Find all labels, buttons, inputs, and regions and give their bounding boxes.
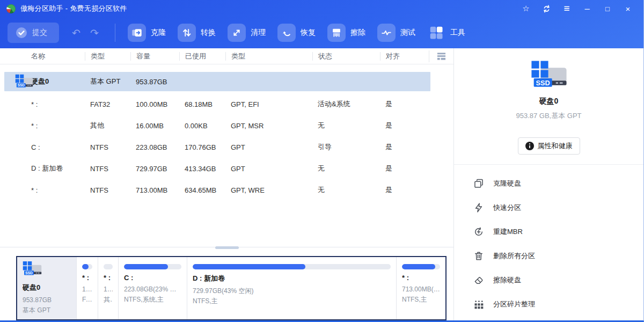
cell-status: 无 [318,185,385,195]
toolbar-label: 转换 [201,28,216,38]
map-disk-type: 基本 GPT [23,305,71,316]
cell-aligned: 是 [385,121,453,130]
redo-icon[interactable]: ↷ [88,27,101,39]
disk-map-partition[interactable]: * : 713.00MB(1... NTFS,主 [396,257,445,319]
maximize-button[interactable]: □ [597,1,618,16]
recover-icon [277,24,296,42]
sidebar-item-quick-partition[interactable]: 快速分区 [454,195,643,219]
map-part-fs: NTFS,主 [193,296,391,306]
submit-button[interactable]: 提交 [8,23,59,43]
header-part-type[interactable]: 类型 [225,52,318,61]
usage-bar [104,264,113,269]
cell-ptype: GPT, EFI [231,100,318,108]
toolbar-item-tools[interactable]: 工具 [427,24,465,42]
splitter-handle[interactable] [215,246,239,249]
disk-row-selected[interactable]: 硬盘0 基本 GPT 953.87GB [4,72,430,91]
check-circle-icon [15,26,28,39]
menu-icon[interactable]: ≡ [557,1,577,16]
toolbar-item-convert[interactable]: 转换 [178,24,216,42]
disk-map-partition[interactable]: D : 新加卷 729.97GB(43% 空闲) NTFS,主 [187,257,396,319]
clone-icon [128,24,146,42]
map-part-size: 729.97GB(43% 空闲) [193,286,391,296]
usage-bar [124,264,181,269]
header-name[interactable]: 名称 [31,52,90,61]
cell-aligned: 是 [385,142,453,152]
erase-shredder-icon [327,24,346,42]
sidebar-item-defragment[interactable]: 分区碎片整理 [454,292,643,316]
toolbar-item-erase[interactable]: 擦除 [327,24,365,42]
partition-row[interactable]: * : NTFS 713.00MB 634.65MB GPT, WRE 无 是 [0,179,453,201]
test-waveform-icon [377,24,396,42]
cell-used: 0.00KB [185,122,231,130]
toolbar-label: 克隆 [151,28,166,38]
sidebar-item-clone-disk[interactable]: 克隆硬盘 [454,171,643,195]
sidebar-item-label: 快速分区 [493,203,521,213]
map-part-fs: FAT... [82,295,92,305]
sidebar-item-label: 重建MBR [493,227,523,237]
header-capacity[interactable]: 容量 [130,52,185,61]
cell-aligned: 是 [385,164,453,173]
header-fs-type[interactable]: 类型 [85,52,136,61]
toolbar-label: 测试 [400,28,415,38]
cell-status: 无 [318,164,385,173]
partition-row[interactable]: C : NTFS 223.08GB 170.76GB GPT 引导 是 [0,136,453,158]
close-button[interactable]: × [618,1,638,16]
favorite-star-icon[interactable]: ☆ [516,1,536,16]
info-icon [525,142,534,150]
toolbar-item-clone[interactable]: 克隆 [128,24,166,42]
sidebar-item-wipe-disk[interactable]: 擦除硬盘 [454,268,643,292]
window-title: 傲梅分区助手 - 免费无损分区软件 [20,4,127,13]
disk-map-disk-cell[interactable]: 硬盘0 953.87GB 基本 GPT [17,257,76,319]
toolbar-item-test[interactable]: 测试 [377,24,415,42]
minimize-button[interactable]: ─ [577,1,597,16]
sidebar-item-label: 删除所有分区 [493,251,535,261]
cell-used: 68.18MB [185,100,231,108]
map-part-fs: 其... [104,295,113,305]
cell-status: 无 [318,121,385,130]
usage-bar [82,264,92,269]
sidebar-disk-info: 953.87 GB,基本 GPT [454,111,643,121]
cell-aligned: 是 [385,99,453,109]
cell-capacity: 223.08GB [136,143,185,151]
rebuild-mbr-icon [473,226,484,237]
sidebar-item-delete-all-partitions[interactable]: 删除所有分区 [454,244,643,268]
cell-used: 170.76GB [185,143,231,151]
refresh-icon[interactable] [536,1,557,16]
map-part-size: 100... [82,284,92,295]
lightning-icon [473,202,484,213]
header-status[interactable]: 状态 [312,52,385,61]
cell-ptype: GPT, MSR [231,122,318,130]
toolbar-item-clean[interactable]: 清理 [228,24,266,42]
defragment-icon [473,299,484,310]
table-header: 名称 类型 容量 已使用 类型 状态 对齐 [0,48,453,64]
usage-bar [193,264,391,269]
convert-icon [178,24,196,42]
app-window: 傲梅分区助手 - 免费无损分区软件 ☆ ≡ ─ □ × [0,0,644,322]
view-mode-icon[interactable] [429,50,446,62]
map-part-size: 713.00MB(1... [402,284,440,295]
disk-map-partition[interactable]: C : 223.08GB(23% 空闲) NTFS,系统,主 [118,257,187,319]
ssd-disk-icon-large [531,60,567,89]
app-bar: 傲梅分区助手 - 免费无损分区软件 ☆ ≡ ─ □ × [0,0,643,48]
sidebar-item-label: 分区碎片整理 [493,299,535,309]
disk-map: 硬盘0 953.87GB 基本 GPT * : 100... FAT... * … [16,256,447,320]
sidebar-actions: 克隆硬盘 快速分区 重建MBR [454,165,643,322]
map-disk-name: 硬盘0 [23,283,71,292]
submit-label: 提交 [32,28,47,38]
map-part-fs: NTFS,主 [402,295,440,305]
cell-name: C : [31,143,90,151]
undo-icon[interactable]: ↶ [70,27,83,39]
sidebar-item-rebuild-mbr[interactable]: 重建MBR [454,219,643,244]
partition-row[interactable]: * : FAT32 100.00MB 68.18MB GPT, EFI 活动&系… [0,93,453,115]
toolbar-item-recover[interactable]: 恢复 [277,24,316,42]
partition-row[interactable]: D : 新加卷 NTFS 729.97GB 413.34GB GPT 无 是 [0,158,453,179]
header-used[interactable]: 已使用 [179,52,231,61]
cell-aligned: 是 [385,185,453,195]
cell-fs: NTFS [90,165,136,173]
disk-map-partition[interactable]: * : 16.... 其... [98,257,118,319]
cell-name: D : 新加卷 [31,164,90,173]
partition-row[interactable]: * : 其他 16.00MB 0.00KB GPT, MSR 无 是 [0,115,453,136]
disk-map-partition[interactable]: * : 100... FAT... [76,257,98,319]
properties-health-button[interactable]: 属性和健康 [518,137,580,155]
map-part-name: D : 新加卷 [193,274,391,283]
